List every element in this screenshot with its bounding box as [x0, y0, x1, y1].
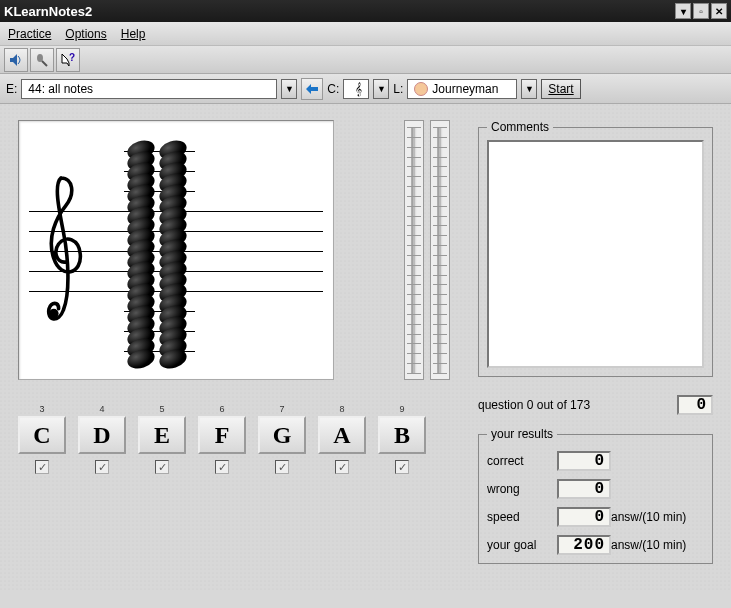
toolbar: ? [0, 46, 731, 74]
note-button-e[interactable]: E [138, 416, 186, 454]
note-button-a[interactable]: A [318, 416, 366, 454]
note-button-g[interactable]: G [258, 416, 306, 454]
results-group: your results correct 0 wrong 0 speed 0 a… [478, 427, 713, 564]
level-dropdown-icon[interactable]: ▼ [521, 79, 537, 99]
clef-label: C: [327, 82, 339, 96]
range-slider-low[interactable] [430, 120, 450, 380]
left-column: placeholder [18, 120, 458, 574]
note-button-d[interactable]: D [78, 416, 126, 454]
exercise-dropdown-icon[interactable]: ▼ [281, 79, 297, 99]
svg-point-1 [37, 54, 43, 62]
note-shortcut: 8 [339, 404, 344, 416]
note-enable-g[interactable]: ✓ [275, 460, 289, 474]
note-shortcut: 4 [99, 404, 104, 416]
note-shortcut: 9 [399, 404, 404, 416]
level-label: L: [393, 82, 403, 96]
level-select[interactable]: Journeyman [407, 79, 517, 99]
note-shortcut: 7 [279, 404, 284, 416]
menu-help[interactable]: Help [121, 27, 146, 41]
note-button-b[interactable]: B [378, 416, 426, 454]
minimize-icon[interactable]: ▾ [675, 3, 691, 19]
exercise-selected-text: 44: all notes [28, 82, 93, 96]
note-enable-b[interactable]: ✓ [395, 460, 409, 474]
note-shortcut: 5 [159, 404, 164, 416]
question-line: question 0 out of 173 0 [478, 395, 713, 415]
svg-marker-0 [10, 54, 17, 66]
close-icon[interactable]: ✕ [711, 3, 727, 19]
comments-group: Comments [478, 120, 713, 377]
range-slider-high[interactable] [404, 120, 424, 380]
clef-dropdown-icon[interactable]: ▼ [373, 79, 389, 99]
treble-clef-icon: 𝄞 [355, 82, 362, 96]
exercise-label: E: [6, 82, 17, 96]
sound-icon[interactable] [4, 48, 28, 72]
menu-options[interactable]: Options [65, 27, 106, 41]
note-enable-a[interactable]: ✓ [335, 460, 349, 474]
level-selected-text: Journeyman [432, 82, 498, 96]
goal-unit: answ/(10 min) [611, 538, 704, 552]
note-shortcut: 3 [39, 404, 44, 416]
workspace: placeholder [0, 104, 731, 590]
speed-value: 0 [557, 507, 611, 527]
title-bar: KLearnNotes2 ▾ ▫ ✕ [0, 0, 731, 22]
svg-text:?: ? [69, 52, 75, 63]
svg-marker-4 [306, 84, 318, 94]
note-buttons-row: 3C✓ 4D✓ 5E✓ 6F✓ 7G✓ 8A✓ 9B✓ [18, 404, 458, 474]
comments-text [487, 140, 704, 368]
speed-unit: answ/(10 min) [611, 510, 704, 524]
start-button[interactable]: Start [541, 79, 580, 99]
svg-point-5 [49, 309, 59, 319]
note-enable-f[interactable]: ✓ [215, 460, 229, 474]
avatar-icon [414, 82, 428, 96]
treble-clef-icon [37, 171, 85, 341]
menu-bar: Practice Options Help [0, 22, 731, 46]
question-status: question 0 out of 173 [478, 398, 590, 412]
right-column: Comments question 0 out of 173 0 your re… [478, 120, 713, 574]
exercise-select[interactable]: 44: all notes [21, 79, 277, 99]
wrong-label: wrong [487, 482, 557, 496]
staff-display: placeholder [18, 120, 334, 380]
results-legend: your results [487, 427, 557, 441]
note-enable-c[interactable]: ✓ [35, 460, 49, 474]
correct-label: correct [487, 454, 557, 468]
note-enable-d[interactable]: ✓ [95, 460, 109, 474]
refresh-icon[interactable] [301, 78, 323, 100]
correct-value: 0 [557, 451, 611, 471]
note-shortcut: 6 [219, 404, 224, 416]
goal-value: 200 [557, 535, 611, 555]
note-button-c[interactable]: C [18, 416, 66, 454]
whats-this-icon[interactable]: ? [56, 48, 80, 72]
goal-label: your goal [487, 538, 557, 552]
clef-select[interactable]: 𝄞 [343, 79, 369, 99]
comments-legend: Comments [487, 120, 553, 134]
question-counter-lcd: 0 [677, 395, 713, 415]
note-enable-e[interactable]: ✓ [155, 460, 169, 474]
app-title: KLearnNotes2 [4, 4, 92, 19]
config-bar: E: 44: all notes ▼ C: 𝄞 ▼ L: Journeyman … [0, 74, 731, 104]
svg-line-2 [42, 61, 47, 66]
mic-icon[interactable] [30, 48, 54, 72]
speed-label: speed [487, 510, 557, 524]
menu-practice[interactable]: Practice [8, 27, 51, 41]
maximize-icon[interactable]: ▫ [693, 3, 709, 19]
note-button-f[interactable]: F [198, 416, 246, 454]
wrong-value: 0 [557, 479, 611, 499]
